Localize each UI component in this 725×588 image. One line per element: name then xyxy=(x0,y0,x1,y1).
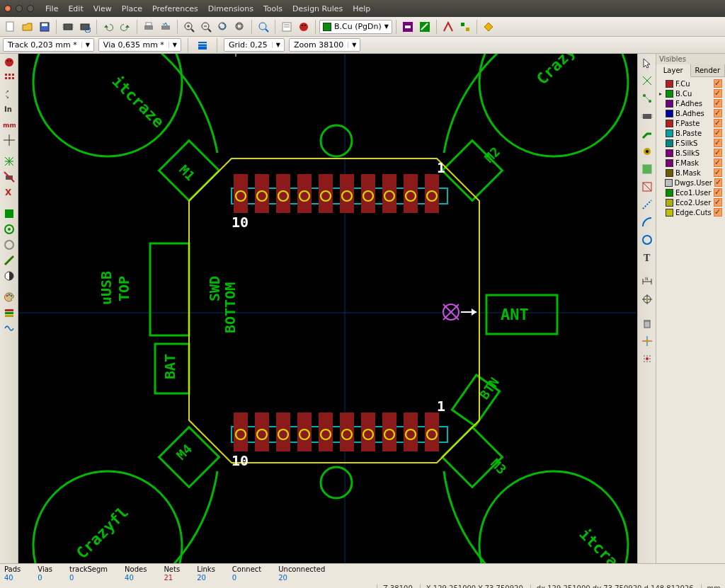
add-circle-icon[interactable] xyxy=(639,232,655,248)
units-inches-icon[interactable]: In xyxy=(1,102,17,116)
menu-view[interactable]: View xyxy=(89,3,116,15)
layer-visible-checkbox[interactable] xyxy=(714,149,722,157)
grid-combo[interactable]: Grid: 0,25▼ xyxy=(224,38,285,52)
layer-visible-checkbox[interactable] xyxy=(714,119,722,127)
layer-color-swatch[interactable] xyxy=(666,149,673,157)
layer-color-swatch[interactable] xyxy=(666,159,673,167)
add-keepout-icon[interactable] xyxy=(639,179,655,195)
units-mm-icon[interactable]: mm xyxy=(1,117,17,132)
layer-visible-checkbox[interactable] xyxy=(714,198,722,207)
layer-row-b-adhes[interactable]: B.Adhes xyxy=(658,108,724,118)
layer-color-swatch[interactable] xyxy=(666,90,673,98)
menu-dimensions[interactable]: Dimensions xyxy=(204,3,258,15)
track-width-combo[interactable]: Track 0,203 mm *▼ xyxy=(3,38,94,52)
add-arc-icon[interactable] xyxy=(639,214,655,230)
layer-row-b-silks[interactable]: B.SilkS xyxy=(658,148,724,158)
find-icon[interactable] xyxy=(256,19,271,35)
close-button[interactable] xyxy=(4,5,11,12)
layer-row-b-mask[interactable]: B.Mask xyxy=(658,168,724,178)
layer-color-swatch[interactable] xyxy=(665,179,672,187)
menu-help[interactable]: Help xyxy=(348,3,375,15)
menu-tools[interactable]: Tools xyxy=(259,3,287,15)
layer-row-f-paste[interactable]: F.Paste xyxy=(658,118,724,128)
zone-display-fill-icon[interactable] xyxy=(1,207,17,221)
add-zone-icon[interactable] xyxy=(639,161,655,177)
layer-visible-checkbox[interactable] xyxy=(714,178,722,187)
zoom-out-icon[interactable] xyxy=(198,19,214,35)
module-editor-icon[interactable] xyxy=(60,19,76,35)
layer-visible-checkbox[interactable] xyxy=(714,129,722,137)
layer-color-swatch[interactable] xyxy=(666,100,673,108)
layer-color-swatch[interactable] xyxy=(666,209,673,217)
layer-selector[interactable]: B.Cu (PgDn) ▼ xyxy=(319,20,392,34)
pointer-icon[interactable] xyxy=(639,55,655,71)
tab-render[interactable]: Render xyxy=(691,64,726,76)
layer-visible-checkbox[interactable] xyxy=(714,79,722,88)
add-dimension-icon[interactable]: N xyxy=(639,274,655,289)
menu-design-rules[interactable]: Design Rules xyxy=(288,3,347,15)
drill-origin-icon[interactable] xyxy=(639,351,655,367)
via-display-icon[interactable] xyxy=(1,238,17,252)
layer-row-dwgs-user[interactable]: Dwgs.User xyxy=(658,178,724,188)
layer-row-f-adhes[interactable]: F.Adhes xyxy=(658,98,724,108)
drc-icon[interactable] xyxy=(296,19,312,35)
fastroute-icon[interactable] xyxy=(440,19,456,35)
ratsnest-module-icon[interactable] xyxy=(1,170,17,184)
route-track-icon[interactable] xyxy=(639,126,655,142)
script-icon[interactable] xyxy=(481,19,496,35)
via-size-combo[interactable]: Via 0,635 mm *▼ xyxy=(98,38,181,52)
layer-visible-checkbox[interactable] xyxy=(714,139,722,147)
layer-visible-checkbox[interactable] xyxy=(714,89,722,98)
menu-preferences[interactable]: Preferences xyxy=(148,3,202,15)
plot-icon[interactable] xyxy=(158,19,173,35)
cursor-shape-icon[interactable] xyxy=(1,133,17,147)
delete-icon[interactable] xyxy=(639,316,655,331)
layer-color-swatch[interactable] xyxy=(666,199,673,207)
mode-track-icon[interactable] xyxy=(417,19,433,35)
grid-visibility-icon[interactable] xyxy=(1,71,17,85)
menu-file[interactable]: File xyxy=(41,3,62,15)
freeroute-icon[interactable] xyxy=(457,19,473,35)
pcb-canvas[interactable]: itcraze Crazyfl Crazyfl itcraze M1 M2 M4… xyxy=(18,54,637,563)
auto-delete-track-icon[interactable]: X xyxy=(1,185,17,200)
layer-row-f-silks[interactable]: F.SilkS xyxy=(658,138,724,148)
drc-off-icon[interactable] xyxy=(1,55,17,69)
layer-row-b-paste[interactable]: B.Paste xyxy=(658,128,724,138)
highlight-net-icon[interactable] xyxy=(639,73,655,88)
polar-coords-icon[interactable]: ↗↘ xyxy=(1,86,17,100)
layer-row-eco2-user[interactable]: Eco2.User xyxy=(658,197,724,207)
new-icon[interactable] xyxy=(3,19,18,35)
layer-color-swatch[interactable] xyxy=(666,129,673,137)
zoom-fit-icon[interactable] xyxy=(232,19,248,35)
save-icon[interactable] xyxy=(37,19,52,35)
netlist-icon[interactable] xyxy=(279,19,295,35)
add-via-icon[interactable] xyxy=(639,144,655,159)
layer-visible-checkbox[interactable] xyxy=(714,168,722,177)
layer-color-swatch[interactable] xyxy=(666,80,673,88)
pad-display-icon[interactable] xyxy=(1,222,17,236)
open-icon[interactable] xyxy=(20,19,35,35)
add-line-icon[interactable] xyxy=(639,197,655,212)
zoom-in-icon[interactable] xyxy=(181,19,197,35)
tab-layer[interactable]: Layer xyxy=(656,64,691,77)
grid-origin-icon[interactable] xyxy=(639,333,655,349)
menu-place[interactable]: Place xyxy=(118,3,147,15)
module-viewer-icon[interactable] xyxy=(77,19,93,35)
contrast-mode-icon[interactable] xyxy=(1,269,17,283)
add-footprint-icon[interactable] xyxy=(639,108,655,124)
layer-row-edge-cuts[interactable]: Edge.Cuts xyxy=(658,207,724,217)
layer-visible-checkbox[interactable] xyxy=(714,109,722,117)
redo-icon[interactable] xyxy=(118,19,133,35)
add-target-icon[interactable] xyxy=(639,292,655,307)
layer-row-f-mask[interactable]: F.Mask xyxy=(658,158,724,168)
track-display-icon[interactable] xyxy=(1,253,17,267)
layer-visible-checkbox[interactable] xyxy=(714,158,722,167)
undo-icon[interactable] xyxy=(101,19,116,35)
layer-color-swatch[interactable] xyxy=(666,169,673,177)
add-text-icon[interactable]: T xyxy=(639,250,655,265)
auto-width-icon[interactable] xyxy=(195,38,210,53)
maximize-button[interactable] xyxy=(27,5,34,12)
menu-edit[interactable]: Edit xyxy=(64,3,87,15)
layer-visible-checkbox[interactable] xyxy=(714,99,722,108)
layer-row-f-cu[interactable]: F.Cu xyxy=(658,79,724,88)
